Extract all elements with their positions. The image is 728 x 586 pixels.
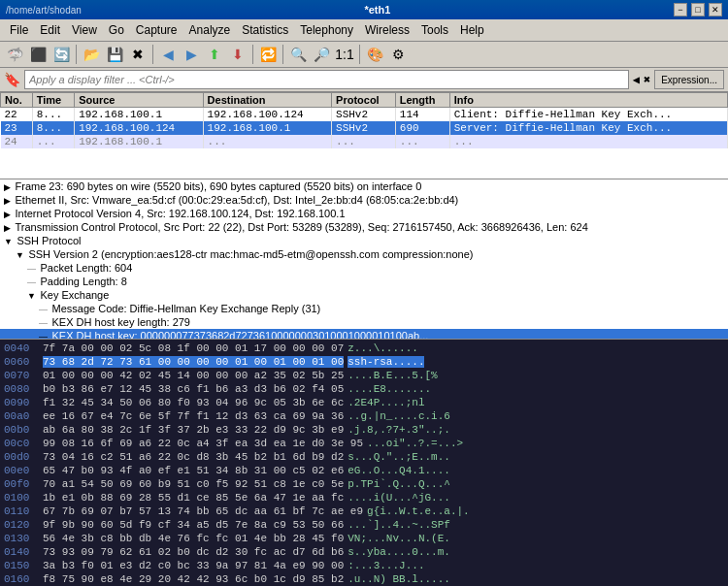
expression-button[interactable]: Expression...: [654, 70, 724, 89]
hex-ascii: ....B.E...5.[%: [347, 369, 437, 382]
hex-row[interactable]: 00f070 a1 54 50 69 60 b9 51 c0 f5 92 51 …: [4, 477, 724, 491]
hex-offset: 00f0: [4, 477, 39, 491]
hex-row[interactable]: 00c099 08 16 6f 69 a6 22 0c a4 3f ea 3d …: [4, 437, 724, 450]
stop-capture-button[interactable]: ⬛: [27, 44, 49, 65]
maximize-button[interactable]: □: [691, 3, 705, 16]
tree-expand-icon: ▶: [4, 210, 14, 219]
menu-item-wireless[interactable]: Wireless: [359, 21, 415, 39]
hex-row[interactable]: 013056 4e 3b c8 bb db 4e 76 fc fc 01 4e …: [4, 532, 724, 545]
detail-tree-item[interactable]: ▼ Key Exchange: [0, 288, 728, 302]
hex-row[interactable]: 0090f1 32 45 34 50 06 80 f0 93 04 96 9c …: [4, 396, 724, 409]
hex-offset: 0080: [4, 382, 39, 396]
zoom-reset-button[interactable]: 1:1: [334, 44, 355, 65]
menu-item-help[interactable]: Help: [454, 21, 490, 39]
menu-item-view[interactable]: View: [66, 21, 103, 39]
hex-bytes: 1b e1 0b 88 69 28 55 d1 ce 85 5e 6a 47 1…: [43, 491, 344, 505]
hex-row[interactable]: 00e065 47 b0 93 4f a0 ef e1 51 34 8b 31 …: [4, 464, 724, 477]
filter-bookmark-icon[interactable]: 🔖: [4, 72, 20, 88]
close-button[interactable]: ✕: [709, 3, 722, 16]
detail-tree-item[interactable]: — Packet Length: 604: [0, 261, 728, 275]
tree-expand-icon: ▼: [16, 250, 26, 260]
filter-clear-icon[interactable]: ✖: [644, 73, 650, 87]
hex-row[interactable]: 01001b e1 0b 88 69 28 55 d1 ce 85 5e 6a …: [4, 491, 724, 505]
hex-row[interactable]: 00407f 7a 00 00 02 5c 08 1f 00 00 01 17 …: [4, 342, 724, 355]
hex-row[interactable]: 007001 00 00 00 42 02 45 14 00 00 00 a2 …: [4, 369, 724, 382]
detail-tree-item[interactable]: — Message Code: Diffie-Hellman Key Excha…: [0, 302, 728, 315]
hex-ascii: ..g.|n_....c.i.6: [347, 409, 450, 423]
hex-row[interactable]: 0160f8 75 90 e8 4e 29 20 42 42 93 6c b0 …: [4, 572, 724, 586]
toolbar-sep-5: [359, 45, 360, 64]
menu-item-telephony[interactable]: Telephony: [294, 21, 359, 39]
minimize-button[interactable]: −: [674, 3, 687, 16]
autoscroll-button[interactable]: 🔁: [257, 44, 279, 65]
hex-row[interactable]: 006073 68 2d 72 73 61 00 00 00 00 01 00 …: [4, 355, 724, 369]
table-row[interactable]: 228...192.168.100.1192.168.100.124SSHv21…: [1, 108, 728, 122]
menu-item-file[interactable]: File: [4, 21, 34, 39]
packet-table: No. Time Source Destination Protocol Len…: [0, 92, 728, 148]
hex-offset: 00b0: [4, 423, 39, 437]
hex-row[interactable]: 01503a b3 f0 01 e3 d2 c0 bc 33 9a 97 81 …: [4, 559, 724, 572]
menu-item-statistics[interactable]: Statistics: [236, 21, 294, 39]
detail-tree-item[interactable]: — KEX DH host key length: 279: [0, 315, 728, 329]
detail-item-text: SSH Protocol: [17, 235, 81, 246]
detail-tree-item[interactable]: ▼ SSH Protocol: [0, 234, 728, 247]
detail-item-text: Ethernet II, Src: Vmware_ea:5d:cf (00:0c…: [16, 194, 459, 206]
title-text: *eth1: [364, 4, 390, 16]
detail-tree-item[interactable]: ▶ Transmission Control Protocol, Src Por…: [0, 220, 728, 234]
detail-tree-item[interactable]: ▶ Internet Protocol Version 4, Src: 192.…: [0, 207, 728, 220]
restart-capture-button[interactable]: 🔄: [50, 44, 72, 65]
detail-tree-item[interactable]: ▶ Ethernet II, Src: Vmware_ea:5d:cf (00:…: [0, 193, 728, 207]
hex-ascii: ...oi"..?.=...>: [367, 437, 463, 450]
prev-button[interactable]: ◀: [157, 44, 179, 65]
hex-row[interactable]: 00b0ab 6a 80 38 2c 1f 3f 37 2b e3 33 22 …: [4, 423, 724, 437]
detail-pane[interactable]: ▶ Frame 23: 690 bytes on wire (5520 bits…: [0, 179, 728, 340]
prefs-button[interactable]: ⚙: [387, 44, 409, 65]
table-row[interactable]: 238...192.168.100.124192.168.100.1SSHv26…: [1, 121, 728, 135]
colorize-button[interactable]: 🎨: [364, 44, 385, 65]
close-file-button[interactable]: ✖: [127, 44, 149, 65]
zoom-in-button[interactable]: 🔍: [287, 44, 309, 65]
hex-row[interactable]: 0080b0 b3 86 e7 12 45 38 c6 f1 b6 a3 d3 …: [4, 382, 724, 396]
menu-item-tools[interactable]: Tools: [415, 21, 454, 39]
col-time: Time: [32, 93, 74, 108]
menu-item-edit[interactable]: Edit: [34, 21, 66, 39]
hex-bytes: 56 4e 3b c8 bb db 4e 76 fc fc 01 4e bb 2…: [43, 532, 344, 545]
hex-row[interactable]: 00d073 04 16 c2 51 a6 22 0c d8 3b 45 b2 …: [4, 450, 724, 464]
hex-ascii: .2E4P....;nl: [347, 396, 424, 409]
menu-item-capture[interactable]: Capture: [130, 21, 183, 39]
zoom-out-button[interactable]: 🔎: [311, 44, 332, 65]
next-button[interactable]: ▶: [181, 44, 202, 65]
detail-item-text: Packet Length: 604: [41, 262, 133, 274]
detail-tree-item[interactable]: ▶ Frame 23: 690 bytes on wire (5520 bits…: [0, 179, 728, 193]
start-capture-button[interactable]: 🦈: [4, 44, 25, 65]
toolbar-sep-2: [152, 45, 153, 64]
hex-bytes: f1 32 45 34 50 06 80 f0 93 04 96 9c 05 3…: [43, 396, 344, 409]
detail-item-text: Frame 23: 690 bytes on wire (5520 bits),…: [16, 180, 422, 192]
detail-item-text: Internet Protocol Version 4, Src: 192.16…: [16, 208, 346, 219]
open-button[interactable]: 📂: [81, 44, 102, 65]
display-filter-input[interactable]: [24, 70, 629, 89]
hex-ascii: s..yba....0...m.: [347, 545, 450, 559]
detail-tree-item[interactable]: ▼ SSH Version 2 (encryption:aes128-ctr m…: [0, 247, 728, 261]
hex-ascii: ....E8.......: [347, 382, 431, 396]
filter-bar: 🔖 ◀ ✖ Expression...: [0, 68, 728, 92]
go-last-button[interactable]: ⬇: [227, 44, 248, 65]
tree-expand-icon: —: [39, 332, 50, 340]
hex-ascii: z...\......: [347, 342, 418, 355]
save-button[interactable]: 💾: [104, 44, 125, 65]
col-source: Source: [75, 93, 203, 108]
detail-tree-item[interactable]: — KEX DH host key: 000000077373682d72736…: [0, 329, 728, 340]
detail-item-text: KEX DH host key length: 279: [52, 316, 190, 328]
hex-row[interactable]: 011067 7b 69 07 b7 57 13 74 bb 65 dc aa …: [4, 505, 724, 518]
menu-item-analyze[interactable]: Analyze: [183, 21, 237, 39]
tree-expand-icon: —: [39, 318, 50, 328]
detail-tree-item[interactable]: — Padding Length: 8: [0, 275, 728, 288]
menu-item-go[interactable]: Go: [103, 21, 130, 39]
hex-ascii: ....i(U...^jG...: [347, 491, 450, 505]
go-first-button[interactable]: ⬆: [204, 44, 225, 65]
hex-row[interactable]: 00a0ee 16 67 e4 7c 6e 5f 7f f1 12 d3 63 …: [4, 409, 724, 423]
hex-row[interactable]: 014073 93 09 79 62 61 02 b0 dc d2 30 fc …: [4, 545, 724, 559]
table-row[interactable]: 24...192.168.100.1............: [1, 135, 728, 148]
hex-pane[interactable]: 00407f 7a 00 00 02 5c 08 1f 00 00 01 17 …: [0, 340, 728, 586]
hex-row[interactable]: 01209f 9b 90 60 5d f9 cf 34 a5 d5 7e 8a …: [4, 518, 724, 532]
